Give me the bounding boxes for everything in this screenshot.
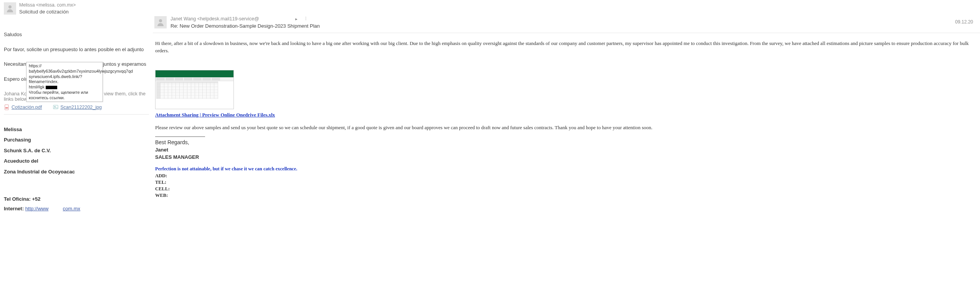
svg-point-5 <box>159 19 162 22</box>
tooltip-line-5: Чтобы перейти, щелкните или коснитесь сс… <box>29 90 100 101</box>
left-header: Melissa <melissa. com.mx> Solicitud de c… <box>4 2 149 15</box>
attachment-jpg-link[interactable]: Scan21122202_jpg <box>53 104 102 110</box>
field-tel: TEL: <box>155 179 972 186</box>
link-tooltip: https:// bafybeify636av6v2qzkbm7xyximzou… <box>26 62 103 102</box>
sig-tel: Tel Oficina: +52 <box>4 195 149 203</box>
right-signature: Best Regards, Janet SALES MANAGER <box>155 138 972 161</box>
right-email-view: Janet Wang <helpdesk.mail119-service@▸ R… <box>153 0 980 217</box>
attachment-pdf-label: Cotización.pdf <box>12 105 42 110</box>
recipient-arrow-icon: ▸ <box>295 17 298 21</box>
intro-paragraph: Hi there, after a bit of a slowdown in b… <box>155 40 972 55</box>
sig-internet: Internet: http://www com.mx <box>4 205 149 213</box>
sig-company: Schunk S.A. de C.V. <box>4 146 149 155</box>
attachment-pdf-link[interactable]: Cotización.pdf <box>4 104 42 110</box>
redacted-icon <box>46 86 57 89</box>
body-line-1: Por favor, solicite un presupuesto lo an… <box>4 45 149 55</box>
excel-preview-image[interactable] <box>155 70 234 109</box>
image-icon <box>53 104 59 110</box>
sig-street: Acueducto del <box>4 157 149 165</box>
tooltip-line-3: syrwsciuen4.ipfs.dweb.link/?filename=ind… <box>29 74 100 85</box>
field-web: WEB: <box>155 192 972 199</box>
left-subject: Solicitud de cotización <box>19 9 149 15</box>
attachment-jpg-label: Scan21122202_jpg <box>60 105 102 110</box>
pdf-icon <box>4 104 10 110</box>
sig-name: Melissa <box>4 125 149 133</box>
greeting: Saludos <box>4 30 149 40</box>
sig-name: Janet <box>155 146 972 154</box>
divider <box>4 114 149 115</box>
right-sender-address: Janet Wang <helpdesk.mail119-service@▸ <box>171 16 320 22</box>
left-signature: Melissa Purchasing Schunk S.A. de C.V. A… <box>4 125 149 213</box>
sig-bestregards: Best Regards, <box>155 138 972 146</box>
tooltip-line-2: bafybeify636av6v2qzkbm7xyximzou4lywjszgc… <box>29 69 100 74</box>
field-add: ADD: <box>155 173 972 179</box>
svg-rect-2 <box>5 107 8 108</box>
contact-fields: ADD: TEL: CELL: WEB: <box>155 173 972 199</box>
right-header: Janet Wang <helpdesk.mail119-service@▸ R… <box>153 0 980 33</box>
sig-role: Purchasing <box>4 136 149 144</box>
followup-paragraph: Please review our above samples and send… <box>155 124 972 132</box>
sig-zone: Zona Industrial de Ocoyoacac <box>4 168 149 176</box>
avatar-icon <box>4 2 16 15</box>
tooltip-line-4: html#lgk <box>29 85 100 90</box>
email-body: Hi there, after a bit of a slowdown in b… <box>153 33 980 203</box>
avatar-icon <box>154 16 167 28</box>
attachments-row: Cotización.pdf Scan21122202_jpg <box>4 104 149 110</box>
sig-url-2[interactable]: com.mx <box>63 206 81 211</box>
right-subject: Re: New Order Demonstration-Sample Desig… <box>171 23 320 29</box>
onedrive-preview-link[interactable]: Attachment Sharing | Preview Online Oned… <box>155 112 275 119</box>
right-date: 09.12.20 <box>955 19 973 25</box>
left-sender-address: Melissa <melissa. com.mx> <box>19 2 149 8</box>
sig-url-1[interactable]: http://www <box>25 206 49 211</box>
signature-divider <box>155 137 205 137</box>
field-cell: CELL: <box>155 186 972 192</box>
sig-title: SALES MANAGER <box>155 154 972 161</box>
svg-rect-1 <box>5 105 8 110</box>
quote-line: Perfection is not attainable, but if we … <box>155 165 972 172</box>
svg-point-0 <box>8 5 12 8</box>
left-email-preview: Melissa <melissa. com.mx> Solicitud de c… <box>0 0 153 217</box>
tooltip-line-1: https:// <box>29 63 100 69</box>
svg-point-4 <box>55 106 56 107</box>
